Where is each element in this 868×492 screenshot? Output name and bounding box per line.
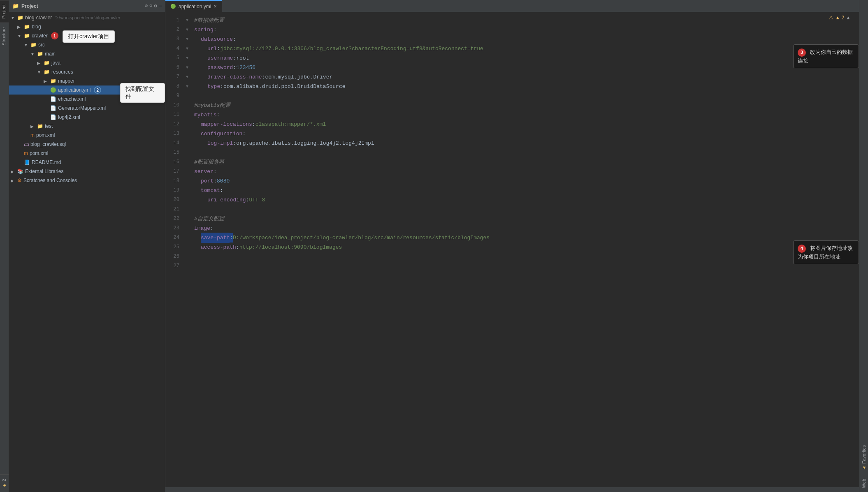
tree-item-readme[interactable]: 📘 README.md [9,158,165,167]
tab-label: application.yml [179,4,211,9]
tree-item-generator-mapper[interactable]: 📄 GeneratorMapper.xml [9,104,165,113]
file-tree: ▼ 📁 blog-crawler D:\workspace\demo\blog-… [9,12,165,492]
warning-icon: ⚠ [829,15,833,21]
code-line-12: mapper-locations: classpath:mapper/*.xml [194,120,859,129]
tree-item-main[interactable]: ▼ 📁 main [9,49,165,58]
edge-tab-project[interactable]: Project [0,0,9,23]
editor-area: 🟢 application.yml ✕ ⚠ ▲ 2 ▲ 12345678 910… [165,0,859,492]
code-line-21 [194,205,859,214]
tab-application-yml[interactable]: 🟢 application.yml ✕ [165,0,222,12]
code-line-23: image: [194,224,859,233]
tree-item-blog[interactable]: ▶ 📁 blog [9,22,165,31]
code-line-8: type: com.alibaba.druid.pool.DruidDataSo… [194,82,859,91]
tree-item-log4j2[interactable]: 📄 log4j2.xml [9,113,165,122]
header-icon-minimize[interactable]: — [159,3,162,9]
code-line-27 [194,261,859,271]
project-folder-icon: 📁 [12,3,19,9]
code-line-14: log-impl: org.apache.ibatis.logging.log4… [194,139,859,148]
editor-content: 12345678 9101112131415 16171819202122 23… [165,12,859,487]
root-path: D:\workspace\demo\blog-crawler [54,15,120,20]
code-line-9 [194,91,859,101]
code-line-15 [194,148,859,157]
scratches-label: Scratches and Consoles [23,178,77,183]
warning-expand[interactable]: ▲ [846,15,851,21]
code-line-24: save-path: D:/workspace/idea_project/blo… [194,233,859,243]
badge-1: 1 [51,32,58,39]
edge-tab-favorites[interactable]: ★ 2 [0,474,9,492]
yaml-file-icon: 🟢 [170,4,176,9]
edge-tab-structure[interactable]: Structure [0,23,9,50]
tab-close-icon[interactable]: ✕ [214,4,217,9]
header-icon-config[interactable]: ⊘ [149,3,152,9]
root-folder-name: blog-crawler [25,15,52,21]
right-sidebar: ★ Favorites Web [859,0,868,492]
warning-count: ▲ 2 [835,15,844,21]
code-line-26 [194,252,859,261]
code-editor[interactable]: #数据源配置 spring: datasource: url: jdbc:mys… [191,12,859,487]
code-line-25: access-path: http://localhost:9090/blogI… [194,243,859,252]
code-line-16: #配置服务器 [194,157,859,167]
warning-indicator[interactable]: ⚠ ▲ 2 ▲ [829,15,851,21]
code-line-11: mybatis: [194,110,859,120]
tree-item-pom-crawler[interactable]: m pom.xml [9,131,165,140]
tree-item-resources[interactable]: ▼ 📁 resources [9,67,165,76]
tab-bar: 🟢 application.yml ✕ [165,0,859,12]
code-line-1: #数据源配置 [194,16,859,25]
tree-item-java[interactable]: ▶ 📁 java [9,58,165,67]
code-line-13: configuration: [194,129,859,139]
code-line-18: port: 8080 [194,176,859,186]
tree-item-sql[interactable]: 🗃 blog_crawler.sql [9,140,165,149]
code-line-20: uri-encoding: UTF-8 [194,195,859,205]
code-line-17: server: [194,167,859,176]
right-tab-web[interactable]: Web [860,475,868,492]
code-line-19: tomcat: [194,186,859,195]
editor-scrollbar[interactable] [165,487,859,492]
annotation-bubble-2: 找到配置文件 [120,83,165,103]
badge-2: 2 [94,86,101,94]
project-title: Project [21,3,143,9]
tree-item-pom-root[interactable]: m pom.xml [9,149,165,158]
header-icon-globe[interactable]: ⊕ [145,3,148,9]
code-line-6: password: 123456 [194,63,859,72]
code-line-22: #自定义配置 [194,214,859,224]
code-line-7: driver-class-name: com.mysql.jdbc.Driver [194,72,859,82]
code-line-10: #mybatis配置 [194,101,859,110]
annotation-bubble-1: 打开crawler项目 [63,30,115,43]
tree-item-root[interactable]: ▼ 📁 blog-crawler D:\workspace\demo\blog-… [9,13,165,22]
code-line-2: spring: [194,25,859,35]
fold-gutter: ▼ ▼ ▼ ▼ ▼ ▼ ▼ ▼ [183,12,191,487]
tree-item-scratches[interactable]: ▶ ⚙ Scratches and Consoles [9,176,165,185]
header-icon-gear[interactable]: ⚙ [154,3,157,9]
project-panel: 📁 Project ⊕ ⊘ ⚙ — ▼ 📁 blog-crawler D:\wo… [9,0,165,492]
code-line-3: datasource: [194,35,859,44]
right-tab-favorites[interactable]: ★ Favorites [860,441,868,474]
tree-item-external-libraries[interactable]: ▶ 📚 External Libraries [9,167,165,176]
project-header: 📁 Project ⊕ ⊘ ⚙ — [9,0,165,12]
code-line-5: username: root [194,53,859,63]
line-numbers: 12345678 9101112131415 16171819202122 23… [165,12,183,487]
code-line-4: url: jdbc:mysql://127.0.0.1:3306/blog_cr… [194,44,859,53]
tree-item-test[interactable]: ▶ 📁 test [9,122,165,131]
